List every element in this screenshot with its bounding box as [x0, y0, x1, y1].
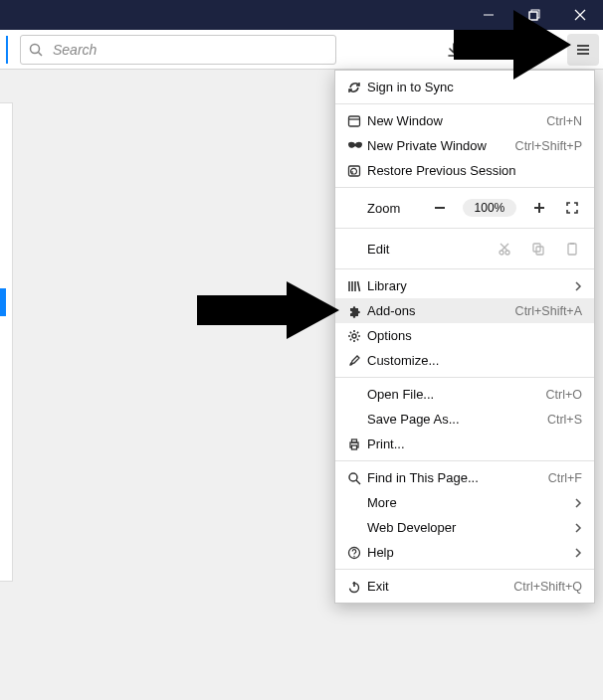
svg-line-35 — [357, 338, 358, 339]
close-icon — [574, 9, 586, 21]
print-icon — [347, 438, 367, 451]
downloads-button[interactable] — [438, 34, 470, 66]
copy-icon — [531, 242, 545, 256]
menu-separator — [335, 377, 594, 378]
menu-shortcut: Ctrl+F — [548, 471, 582, 485]
menu-addons[interactable]: Add-ons Ctrl+Shift+A — [335, 298, 594, 323]
menu-label: Find in This Page... — [367, 470, 538, 485]
library-icon — [347, 279, 367, 293]
restore-session-icon — [347, 164, 367, 178]
menu-shortcut: Ctrl+Shift+P — [515, 139, 582, 153]
menu-separator — [335, 228, 594, 229]
menu-shortcut: Ctrl+Shift+A — [515, 304, 582, 318]
paste-button[interactable] — [562, 239, 582, 259]
menu-label: Options — [367, 328, 582, 343]
menu-label: Help — [367, 545, 572, 560]
fullscreen-button[interactable] — [562, 201, 582, 215]
menu-options[interactable]: Options — [335, 323, 594, 348]
fullscreen-icon — [565, 201, 579, 215]
menu-find-in-page[interactable]: Find in This Page... Ctrl+F — [335, 465, 594, 490]
menu-help[interactable]: Help — [335, 540, 594, 565]
download-icon — [446, 42, 462, 58]
svg-rect-23 — [568, 244, 576, 255]
svg-rect-2 — [529, 12, 537, 20]
menu-label: Add-ons — [367, 303, 505, 318]
browser-toolbar — [0, 30, 603, 70]
search-box[interactable] — [20, 35, 336, 65]
svg-point-6 — [31, 44, 40, 53]
window-close-button[interactable] — [557, 0, 603, 30]
copy-button[interactable] — [528, 239, 548, 259]
svg-rect-39 — [352, 439, 357, 442]
app-menu-button[interactable] — [567, 34, 599, 66]
svg-rect-11 — [349, 116, 360, 126]
svg-point-41 — [349, 473, 357, 481]
svg-line-36 — [357, 331, 358, 332]
menu-save-page-as[interactable]: Save Page As... Ctrl+S — [335, 407, 594, 432]
mask-icon — [347, 141, 367, 151]
menu-label: New Private Window — [367, 138, 505, 153]
menu-label: Customize... — [367, 353, 582, 368]
svg-line-7 — [39, 52, 43, 56]
find-icon — [347, 471, 367, 485]
search-input[interactable] — [51, 41, 327, 59]
window-titlebar — [0, 0, 603, 30]
menu-separator — [335, 103, 594, 104]
menu-web-developer[interactable]: Web Developer — [335, 515, 594, 540]
menu-print[interactable]: Print... — [335, 432, 594, 456]
menu-separator — [335, 187, 594, 188]
hamburger-icon — [575, 42, 591, 58]
zoom-out-button[interactable] — [427, 195, 453, 221]
svg-point-17 — [500, 251, 503, 255]
menu-more[interactable]: More — [335, 490, 594, 515]
brush-icon — [347, 354, 367, 368]
menu-label: Save Page As... — [367, 412, 537, 427]
chevron-right-icon — [572, 548, 582, 558]
minimize-icon — [483, 9, 495, 21]
menu-shortcut: Ctrl+N — [546, 114, 582, 128]
zoom-in-button[interactable] — [526, 195, 552, 221]
menu-label: Print... — [367, 437, 582, 451]
menu-library[interactable]: Library — [335, 273, 594, 298]
menu-label: Web Developer — [367, 520, 572, 535]
help-icon — [347, 546, 367, 560]
menu-shortcut: Ctrl+S — [547, 413, 582, 427]
menu-label: Sign in to Sync — [367, 80, 582, 94]
cut-icon — [498, 242, 511, 256]
svg-line-28 — [358, 281, 360, 291]
menu-exit[interactable]: Exit Ctrl+Shift+Q — [335, 574, 594, 599]
menu-label: New Window — [367, 113, 536, 128]
menu-new-window[interactable]: New Window Ctrl+N — [335, 108, 594, 133]
menu-customize[interactable]: Customize... — [335, 348, 594, 373]
chevron-right-icon — [572, 281, 582, 291]
app-menu: Sign in to Sync New Window Ctrl+N New Pr… — [334, 70, 595, 604]
svg-point-29 — [352, 334, 356, 338]
window-restore-button[interactable] — [511, 0, 557, 30]
zoom-label: Zoom — [367, 201, 407, 216]
menu-label: Open File... — [367, 387, 536, 402]
svg-line-20 — [501, 244, 507, 251]
menu-label: Library — [367, 278, 572, 293]
sync-icon — [347, 81, 367, 94]
search-icon — [29, 43, 43, 57]
cut-button[interactable] — [495, 239, 514, 259]
edit-label: Edit — [367, 242, 389, 257]
menu-label: More — [367, 495, 572, 510]
zoom-percent[interactable]: 100% — [463, 199, 517, 217]
menu-restore-session[interactable]: Restore Previous Session — [335, 158, 594, 183]
menu-zoom-row: Zoom 100% — [335, 192, 594, 224]
paste-icon — [565, 242, 579, 256]
svg-rect-24 — [570, 243, 574, 245]
menu-new-private-window[interactable]: New Private Window Ctrl+Shift+P — [335, 133, 594, 158]
menu-shortcut: Ctrl+O — [546, 388, 582, 402]
left-panel-fragment — [0, 102, 13, 582]
menu-separator — [335, 460, 594, 461]
svg-point-44 — [353, 555, 354, 556]
svg-line-37 — [350, 338, 351, 339]
menu-sign-in-sync[interactable]: Sign in to Sync — [335, 75, 594, 99]
window-icon — [347, 114, 367, 128]
svg-rect-40 — [352, 445, 357, 449]
window-minimize-button[interactable] — [466, 0, 511, 30]
menu-open-file[interactable]: Open File... Ctrl+O — [335, 382, 594, 407]
svg-line-19 — [502, 244, 508, 251]
